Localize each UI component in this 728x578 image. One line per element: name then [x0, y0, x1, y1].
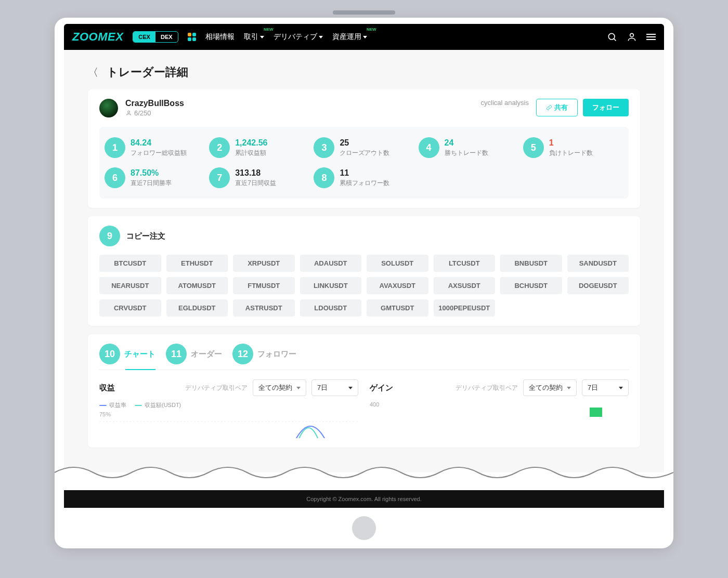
contract-select-2[interactable]: 全ての契約 [523, 379, 577, 396]
pair-pill[interactable]: SANDUSDT [567, 255, 629, 272]
trader-capacity: 6/250 [125, 109, 461, 117]
pair-pill[interactable]: DOGEUSDT [567, 277, 629, 294]
legend-rate: 収益率 [109, 401, 126, 409]
footer: Copyright © Zoomex.com. All rights reser… [64, 490, 664, 508]
stat-number-badge: 1 [105, 137, 125, 158]
pair-pill[interactable]: NEARUSDT [99, 277, 161, 294]
filter-label: デリバティブ取引ペア [185, 384, 248, 392]
stat-number-badge: 5 [523, 137, 544, 158]
pair-pill[interactable]: GMTUSDT [367, 299, 428, 317]
section-badge: 9 [99, 226, 120, 246]
user-icon[interactable] [627, 32, 637, 42]
home-button[interactable] [352, 516, 376, 540]
pair-pill[interactable]: BNBUSDT [500, 255, 562, 272]
pair-pill[interactable]: BCHUSDT [500, 277, 562, 294]
ytick: 400 [370, 401, 629, 408]
scroll-wave [55, 472, 673, 490]
follow-button[interactable]: フォロー [583, 99, 629, 116]
ytick: 75% [99, 411, 358, 417]
stats-grid: 1 84.24 フォロワー総収益額2 1,242.56 累計収益額3 25 クロ… [99, 127, 629, 199]
stat-value: 84.24 [131, 138, 187, 148]
nav-market[interactable]: 相場情報 [205, 32, 235, 42]
link-icon [546, 104, 552, 111]
pair-pill[interactable]: ADAUSDT [300, 255, 362, 272]
filter-label: デリバティブ取引ペア [456, 384, 518, 392]
back-arrow-icon[interactable]: 〈 [88, 65, 98, 80]
trader-note: cyclical analysis [481, 99, 529, 107]
period-select-2[interactable]: 7日 [582, 379, 629, 396]
chart-legend: 収益率 収益額(USDT) [99, 401, 358, 409]
person-icon [125, 110, 132, 116]
line-chart [99, 417, 358, 438]
stat-number-badge: 8 [314, 167, 334, 188]
avatar [99, 99, 118, 117]
stat-number-badge: 6 [105, 167, 125, 188]
panel-gain: ゲイン デリバティブ取引ペア 全ての契約 7日 400 [370, 379, 629, 438]
pair-pill[interactable]: LINKUSDT [300, 277, 362, 294]
pair-pill[interactable]: SOLUSDT [367, 255, 428, 272]
stat-label: 負けトレード数 [549, 149, 593, 157]
period-select[interactable]: 7日 [311, 379, 358, 396]
pair-pill[interactable]: LDOUSDT [300, 299, 362, 317]
nav-deriv[interactable]: デリバティブ [274, 32, 323, 42]
mode-cex[interactable]: CEX [133, 32, 155, 42]
chart-card: 10 チャート11 オーダー12 フォロワー 収益 デリバティブ取引ペア 全ての… [88, 334, 640, 448]
nav-trade[interactable]: 取引 NEW [244, 32, 264, 42]
pair-pill[interactable]: EGLDUSDT [166, 299, 228, 317]
new-badge: NEW [264, 27, 274, 32]
stat-label: クローズアウト数 [340, 149, 389, 157]
apps-icon[interactable] [188, 33, 196, 41]
tab-label[interactable]: チャート [124, 349, 155, 359]
nav-asset-label: 資産運用 [332, 32, 361, 41]
trader-card: CrazyBullBoss 6/250 cyclical analysis 共有… [88, 89, 640, 208]
stat-value: 87.50% [131, 168, 172, 178]
copy-order-card: 9 コピー注文 BTCUSDTETHUSDTXRPUSDTADAUSDTSOLU… [88, 216, 640, 326]
search-icon[interactable] [607, 32, 617, 42]
pair-pill[interactable]: AXSUSDT [434, 277, 496, 294]
page-title: トレーダー詳細 [107, 64, 188, 80]
stat-label: フォロワー総収益額 [131, 149, 187, 157]
stat-item: 3 25 クローズアウト数 [314, 137, 414, 158]
new-badge: NEW [367, 27, 376, 32]
stat-item: 4 24 勝ちトレード数 [419, 137, 519, 158]
stat-item: 5 1 負けトレード数 [523, 137, 623, 158]
pair-pill[interactable]: CRVUSDT [99, 299, 161, 317]
mode-toggle[interactable]: CEX DEX [133, 31, 178, 43]
menu-icon[interactable] [646, 34, 656, 40]
stat-value: 11 [340, 168, 389, 178]
pair-pill[interactable]: 1000PEPEUSDT [434, 299, 496, 317]
share-button[interactable]: 共有 [536, 99, 578, 116]
topbar: ZOOMEX CEX DEX 相場情報 取引 NEW デリバティブ 資産運用 N… [64, 24, 664, 50]
tab-badge: 10 [99, 344, 120, 364]
nav-asset[interactable]: 資産運用 NEW [332, 32, 367, 42]
mode-dex[interactable]: DEX [155, 32, 178, 42]
pair-pill[interactable]: ATOMUSDT [166, 277, 228, 294]
tab-label[interactable]: フォロワー [257, 349, 296, 359]
contract-select[interactable]: 全ての契約 [253, 379, 306, 396]
pair-pill[interactable]: LTCUSDT [434, 255, 496, 272]
pair-pill[interactable]: XRPUSDT [233, 255, 295, 272]
pair-pill[interactable]: FTMUSDT [233, 277, 295, 294]
stat-value: 313.18 [235, 168, 276, 178]
stat-number-badge: 7 [209, 167, 230, 188]
panel-profit: 収益 デリバティブ取引ペア 全ての契約 7日 収益率 収益額(USDT) 75% [99, 379, 358, 438]
stat-item: 2 1,242.56 累計収益額 [209, 137, 309, 158]
svg-point-3 [128, 111, 130, 113]
pair-pill[interactable]: AVAXUSDT [367, 277, 428, 294]
nav-deriv-label: デリバティブ [274, 32, 317, 41]
tab-label[interactable]: オーダー [191, 349, 222, 359]
stat-item: 8 11 累積フォロワー数 [314, 167, 414, 188]
svg-point-0 [608, 33, 615, 40]
logo: ZOOMEX [72, 30, 123, 44]
stat-label: 勝ちトレード数 [445, 149, 488, 157]
pair-pill[interactable]: ASTRUSDT [233, 299, 295, 317]
pair-pill[interactable]: BTCUSDT [99, 255, 161, 272]
stat-label: 直近7日間勝率 [131, 179, 172, 188]
svg-point-2 [630, 33, 634, 37]
pair-pill[interactable]: ETHUSDT [166, 255, 228, 272]
tab: 10 チャート [99, 344, 155, 370]
period-select-value: 7日 [588, 383, 598, 392]
bar-chart [370, 408, 629, 428]
stat-value: 24 [445, 138, 488, 148]
svg-line-1 [614, 38, 616, 41]
